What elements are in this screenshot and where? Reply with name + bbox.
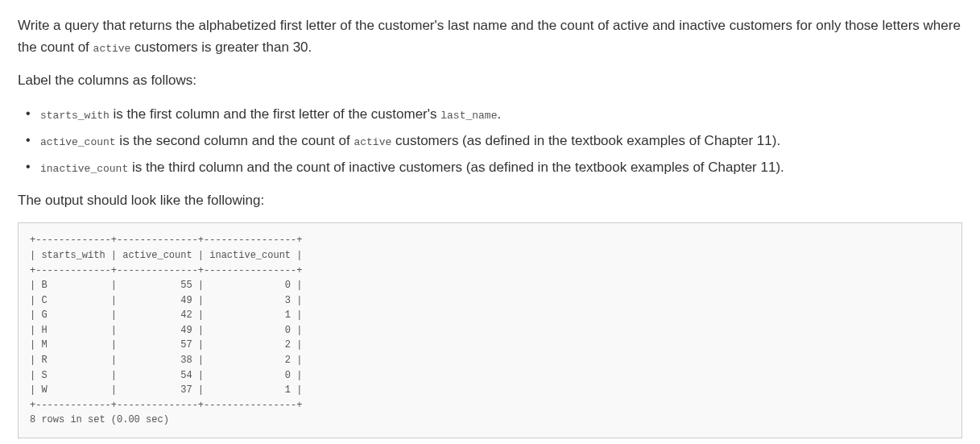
list-item: active_count is the second column and th… xyxy=(23,130,962,151)
list-text: is the first column and the first letter… xyxy=(110,106,440,122)
intro-text-2: customers is greater than 30. xyxy=(130,39,312,55)
code-token: active xyxy=(354,136,391,148)
list-text: . xyxy=(497,106,501,122)
list-text: is the second column and the count of xyxy=(116,133,354,148)
output-heading: The output should look like the followin… xyxy=(18,189,962,211)
list-item: inactive_count is the third column and t… xyxy=(23,156,962,178)
intro-code: active xyxy=(93,43,131,55)
code-token: starts_with xyxy=(40,110,110,122)
code-token: active_count xyxy=(40,136,116,148)
column-spec-list: starts_with is the first column and the … xyxy=(18,103,962,179)
question-intro: Write a query that returns the alphabeti… xyxy=(18,15,962,58)
label-heading: Label the columns as follows: xyxy=(18,69,962,91)
code-token: last_name xyxy=(440,110,497,122)
list-text: customers (as defined in the textbook ex… xyxy=(391,133,780,148)
list-text: is the third column and the count of ina… xyxy=(128,160,784,175)
code-token: inactive_count xyxy=(40,163,128,175)
sql-output: +-------------+--------------+----------… xyxy=(18,222,962,438)
list-item: starts_with is the first column and the … xyxy=(23,103,962,125)
